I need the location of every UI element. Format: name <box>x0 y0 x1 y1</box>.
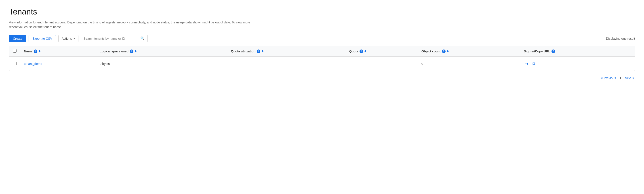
col-header-sign-copy: Sign in/Copy URL ? <box>520 46 635 57</box>
previous-label: Previous <box>604 76 616 80</box>
col-sign-copy-label: Sign in/Copy URL <box>524 50 550 53</box>
sort-down-icon <box>39 51 40 52</box>
next-button[interactable]: Next <box>625 76 634 80</box>
col-header-object-count: Object count ? <box>418 46 520 57</box>
col-quota-util-sort[interactable] <box>262 50 264 52</box>
sort-down-icon <box>447 51 449 52</box>
row-object-count-value: 0 <box>422 62 423 66</box>
row-sign-copy-cell: ➔ ⧉ <box>520 57 635 71</box>
tenants-table: Name ? Logical space used ? <box>9 46 635 71</box>
page-description: View information for each tenant account… <box>9 20 255 29</box>
sort-up-icon <box>262 50 264 51</box>
col-quota-help-icon[interactable]: ? <box>360 50 363 53</box>
col-header-quota: Quota ? <box>346 46 418 57</box>
col-object-count-help-icon[interactable]: ? <box>442 50 446 53</box>
actions-label: Actions <box>62 37 72 40</box>
col-object-count-sort[interactable] <box>447 50 449 52</box>
row-object-count-cell: 0 <box>418 57 520 71</box>
col-header-name: Name ? <box>20 46 96 57</box>
previous-arrow-icon <box>601 77 602 79</box>
chevron-down-icon <box>73 38 75 39</box>
actions-button[interactable]: Actions <box>58 35 78 42</box>
next-arrow-icon <box>632 77 634 79</box>
row-quota-cell: — <box>346 57 418 71</box>
col-name-label: Name <box>24 50 32 53</box>
col-logical-space-sort[interactable] <box>135 50 136 52</box>
previous-button[interactable]: Previous <box>601 76 616 80</box>
col-logical-space-help-icon[interactable]: ? <box>130 50 134 53</box>
search-box: 🔍 <box>81 35 148 42</box>
sort-up-icon <box>39 50 40 51</box>
sort-up-icon <box>364 50 366 51</box>
sort-down-icon <box>135 51 136 52</box>
select-all-checkbox[interactable] <box>13 49 16 53</box>
row-checkbox[interactable] <box>13 62 16 65</box>
displaying-result: Displaying one result <box>606 37 635 40</box>
export-csv-button[interactable]: Export to CSV <box>28 35 56 42</box>
search-icon: 🔍 <box>140 36 145 41</box>
toolbar: Create Export to CSV Actions 🔍 Displayin… <box>9 35 635 42</box>
table-row: tenant_demo 0 bytes — — 0 ➔ <box>9 57 635 71</box>
sort-down-icon <box>364 51 366 52</box>
row-quota-util-value: — <box>231 62 234 66</box>
col-quota-label: Quota <box>349 50 358 53</box>
sign-in-button[interactable]: ➔ <box>524 60 530 67</box>
next-label: Next <box>625 76 631 80</box>
row-logical-space-cell: 0 bytes <box>96 57 228 71</box>
pagination: Previous 1 Next <box>9 76 635 80</box>
row-checkbox-cell[interactable] <box>9 57 20 71</box>
sign-in-icon: ➔ <box>525 62 528 66</box>
select-all-header[interactable] <box>9 46 20 57</box>
col-quota-util-label: Quota utilization <box>231 50 256 53</box>
sort-down-icon <box>262 51 264 52</box>
page-title: Tenants <box>9 7 635 16</box>
col-logical-space-label: Logical space used <box>100 50 128 53</box>
table-header-row: Name ? Logical space used ? <box>9 46 635 57</box>
current-page: 1 <box>618 76 622 80</box>
tenants-table-container: Name ? Logical space used ? <box>9 46 635 71</box>
create-button[interactable]: Create <box>9 35 26 42</box>
sign-copy-actions: ➔ ⧉ <box>524 60 631 67</box>
row-name-cell: tenant_demo <box>20 57 96 71</box>
col-sign-copy-help-icon[interactable]: ? <box>552 50 555 53</box>
row-quota-value: — <box>349 62 352 66</box>
row-quota-util-cell: — <box>228 57 346 71</box>
col-name-sort[interactable] <box>39 50 40 52</box>
row-logical-space-value: 0 bytes <box>100 62 110 66</box>
col-header-quota-utilization: Quota utilization ? <box>228 46 346 57</box>
col-quota-sort[interactable] <box>364 50 366 52</box>
col-name-help-icon[interactable]: ? <box>34 50 37 53</box>
copy-url-button[interactable]: ⧉ <box>531 61 537 67</box>
col-object-count-label: Object count <box>422 50 441 53</box>
col-header-logical-space: Logical space used ? <box>96 46 228 57</box>
sort-up-icon <box>447 50 449 51</box>
copy-icon: ⧉ <box>532 62 536 66</box>
sort-up-icon <box>135 50 136 51</box>
tenant-name-link[interactable]: tenant_demo <box>24 62 42 66</box>
col-quota-util-help-icon[interactable]: ? <box>257 50 260 53</box>
search-input[interactable] <box>84 37 138 40</box>
